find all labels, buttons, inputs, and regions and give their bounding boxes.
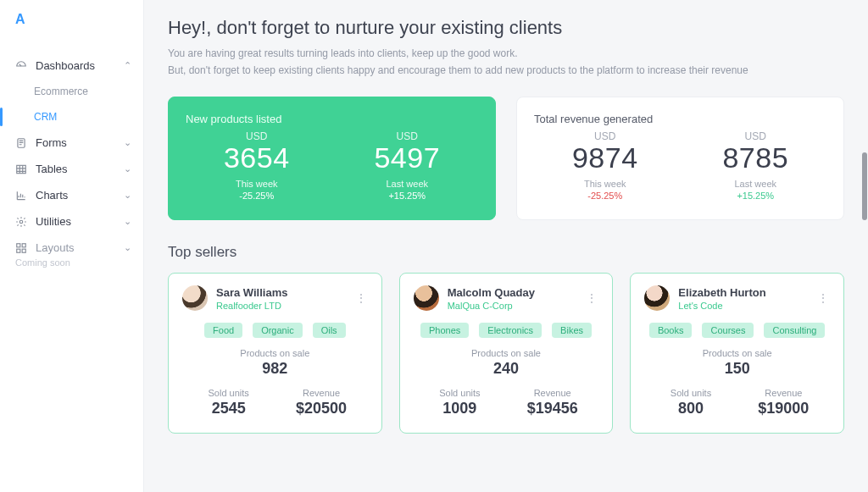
sidebar-item-dashboards[interactable]: Dashboards ⌃ — [0, 53, 143, 79]
metric-label: Sold units — [182, 388, 275, 398]
currency-label: USD — [337, 130, 479, 142]
metric-units: 800 — [644, 400, 737, 417]
svg-rect-1 — [17, 165, 26, 173]
seller-org: Let's Code — [678, 301, 765, 311]
stat-period: Last week — [685, 179, 827, 189]
avatar — [644, 285, 670, 311]
sidebar-item-label: Utilities — [36, 215, 71, 228]
svg-rect-5 — [17, 249, 20, 252]
sidebar-item-charts[interactable]: Charts ⌄ — [0, 182, 143, 208]
stat-delta: -25.25% — [186, 191, 328, 201]
metric-units: 2545 — [182, 400, 275, 417]
sidebar-sub-label: CRM — [34, 111, 57, 123]
sidebar: A Dashboards ⌃ Ecommerce CRM Forms ⌄ Tab… — [0, 0, 144, 492]
stat-delta: -25.25% — [534, 191, 676, 201]
more-menu-icon[interactable]: ⋮ — [355, 296, 368, 301]
stat-value: 5497 — [337, 142, 479, 174]
page-subhead-1: You are having great results turning lea… — [168, 46, 844, 61]
sidebar-item-forms[interactable]: Forms ⌄ — [0, 130, 143, 156]
currency-label: USD — [685, 130, 827, 142]
scrollbar[interactable] — [862, 152, 867, 220]
metric-products: 240 — [414, 360, 599, 378]
gauge-icon — [15, 60, 27, 72]
chevron-down-icon: ⌄ — [124, 163, 131, 174]
sidebar-item-tables[interactable]: Tables ⌄ — [0, 156, 143, 182]
metric-label: Sold units — [644, 388, 737, 398]
stat-period: Last week — [337, 179, 479, 189]
more-menu-icon[interactable]: ⋮ — [586, 296, 598, 301]
card-title: Total revenue generated — [534, 113, 676, 125]
tag[interactable]: Organic — [253, 323, 303, 338]
svg-rect-4 — [22, 243, 25, 246]
metric-label: Revenue — [737, 388, 830, 398]
metric-products: 150 — [644, 360, 830, 378]
metric-label: Revenue — [506, 388, 598, 398]
tag[interactable]: Bikes — [552, 323, 592, 338]
metric-label: Revenue — [275, 388, 367, 398]
stat-delta: +15.25% — [337, 191, 479, 201]
table-icon — [15, 163, 27, 175]
seller-card: Elizabeth Hurton Let's Code ⋮ Books Cour… — [630, 273, 844, 434]
metric-label: Products on sale — [414, 348, 599, 358]
sidebar-item-label: Layouts — [36, 241, 75, 254]
seller-tags: Phones Electronics Bikes — [414, 323, 599, 338]
card-new-products: New products listed USD 3654 This week -… — [168, 97, 496, 220]
tag[interactable]: Electronics — [479, 323, 542, 338]
sidebar-item-layouts[interactable]: Layouts ⌄ — [0, 235, 143, 261]
metric-revenue: $19456 — [506, 400, 598, 417]
stat-period: This week — [534, 179, 676, 189]
seller-tags: Books Courses Consulting — [644, 323, 830, 338]
gear-icon — [15, 216, 27, 228]
tag[interactable]: Books — [649, 323, 693, 338]
grid-icon — [15, 242, 27, 254]
page-headline: Hey!, don't forget to nurture your exist… — [168, 17, 844, 39]
chevron-down-icon: ⌄ — [124, 242, 131, 253]
more-menu-icon[interactable]: ⋮ — [817, 296, 830, 301]
tag[interactable]: Phones — [420, 323, 469, 338]
sidebar-sub-ecommerce[interactable]: Ecommerce — [0, 79, 143, 104]
seller-name: Elizabeth Hurton — [678, 286, 765, 299]
metric-label: Sold units — [414, 388, 506, 398]
currency-label: USD — [534, 130, 676, 142]
sidebar-item-label: Forms — [36, 136, 67, 149]
chevron-down-icon: ⌄ — [124, 137, 131, 148]
stat-delta: +15.25% — [685, 191, 827, 201]
sidebar-item-utilities[interactable]: Utilities ⌄ — [0, 208, 143, 235]
seller-org: Realfooder LTD — [216, 301, 287, 311]
chevron-down-icon: ⌄ — [124, 216, 131, 227]
chart-icon — [15, 190, 27, 202]
sidebar-sub-label: Ecommerce — [34, 86, 88, 97]
section-title-top-sellers: Top sellers — [168, 244, 844, 261]
seller-name: Sara Williams — [216, 286, 287, 299]
page-subhead-2: But, don't forget to keep existing clien… — [168, 63, 844, 78]
form-icon — [15, 137, 27, 149]
card-title: New products listed — [186, 113, 328, 125]
svg-rect-6 — [22, 249, 25, 252]
tag[interactable]: Consulting — [764, 323, 825, 338]
avatar — [182, 285, 208, 311]
seller-tags: Food Organic Oils — [182, 323, 368, 338]
svg-point-2 — [19, 220, 23, 224]
seller-card: Malcolm Quaday MalQua C-Corp ⋮ Phones El… — [399, 273, 614, 434]
metric-label: Products on sale — [644, 348, 830, 358]
seller-org: MalQua C-Corp — [448, 301, 535, 311]
brand-logo: A — [0, 8, 143, 53]
metric-products: 982 — [182, 360, 368, 378]
sidebar-sub-crm[interactable]: CRM — [0, 104, 143, 130]
currency-label: USD — [186, 130, 328, 142]
metric-units: 1009 — [414, 400, 506, 417]
avatar — [414, 285, 439, 311]
metric-label: Products on sale — [182, 348, 368, 358]
svg-rect-3 — [17, 243, 20, 246]
metric-revenue: $19000 — [737, 400, 830, 417]
tag[interactable]: Oils — [313, 323, 346, 338]
stat-value: 9874 — [534, 142, 676, 174]
stat-period: This week — [186, 179, 328, 189]
tag[interactable]: Courses — [702, 323, 754, 338]
seller-name: Malcolm Quaday — [448, 286, 535, 299]
tag[interactable]: Food — [204, 323, 242, 338]
chevron-up-icon: ⌃ — [124, 60, 131, 71]
main-content: Hey!, don't forget to nurture your exist… — [144, 0, 868, 492]
stat-value: 8785 — [685, 142, 827, 174]
stats-row: New products listed USD 3654 This week -… — [168, 97, 844, 220]
